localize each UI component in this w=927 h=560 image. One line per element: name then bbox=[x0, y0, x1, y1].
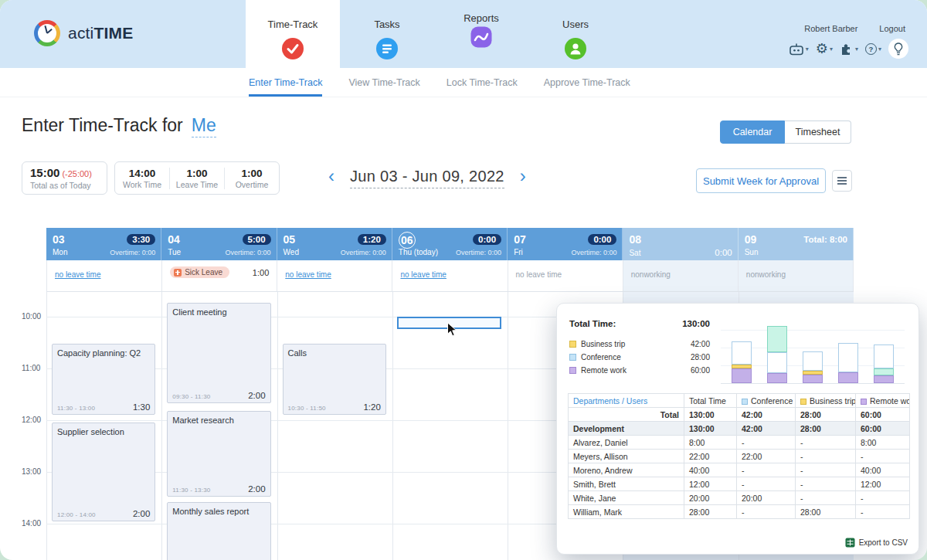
report-popup: Total Time: 130:00 Business trip42:00Con… bbox=[556, 303, 919, 555]
addons-menu[interactable]: ▾ bbox=[840, 42, 858, 56]
report-row: William, Mark28:00-28:00- bbox=[569, 505, 910, 519]
help-menu[interactable]: ? ▾ bbox=[865, 43, 881, 55]
report-total-row: Total130:0042:0028:0060:00 bbox=[569, 408, 910, 422]
hamburger-icon bbox=[837, 180, 847, 182]
legend-value: 60:00 bbox=[691, 366, 710, 375]
day-overtime: Overtime: 0:00 bbox=[341, 249, 386, 256]
calendar-event[interactable]: Supplier selection12:00 - 14:002:00 bbox=[52, 423, 155, 521]
tips-button[interactable] bbox=[888, 39, 908, 59]
previous-week-button[interactable]: ‹ bbox=[328, 167, 334, 188]
subnav-lock-time-track[interactable]: Lock Time-Track bbox=[447, 68, 518, 97]
day-header-top: 033:30 bbox=[53, 231, 155, 247]
leave-value: 1:00 bbox=[253, 268, 269, 277]
subnav-enter-time-track[interactable]: Enter Time-Track bbox=[249, 68, 322, 97]
metric-value: 1:00 bbox=[225, 168, 279, 179]
legend-swatch bbox=[569, 354, 576, 361]
integrations-menu[interactable]: ▾ bbox=[789, 42, 809, 56]
user-selector[interactable]: Me bbox=[192, 115, 216, 137]
no-leave-time-link[interactable]: no leave time bbox=[400, 270, 446, 279]
legend-label: Business trip bbox=[581, 340, 691, 348]
chart-bar bbox=[767, 326, 787, 383]
day-header-cell: 070:00FriOvertime: 0:00 bbox=[508, 228, 623, 260]
user-name: Robert Barber bbox=[804, 24, 857, 33]
event-duration: 1:30 bbox=[133, 402, 150, 412]
event-footer: 09:30 - 11:302:00 bbox=[172, 391, 265, 400]
report-cell: Smith, Brett bbox=[569, 477, 684, 491]
column-header-users[interactable]: Departments / Users bbox=[569, 394, 684, 408]
leave-text: nonworking bbox=[746, 270, 786, 279]
total-value-line: 15:00(-25:00) bbox=[30, 166, 99, 179]
day-header-bottom: MonOvertime: 0:00 bbox=[53, 248, 155, 256]
report-cell: - bbox=[796, 491, 856, 505]
tab-label: Tasks bbox=[374, 19, 399, 30]
leave-text: no leave time bbox=[516, 270, 562, 279]
calendar-event[interactable]: Capacity planning: Q211:30 - 13:001:30 bbox=[52, 344, 155, 415]
calendar-view-button[interactable]: Calendar bbox=[720, 120, 785, 144]
subnav-approve-time-track[interactable]: Approve Time-Track bbox=[544, 68, 630, 97]
legend-value: 28:00 bbox=[691, 353, 710, 361]
mini-chart bbox=[721, 313, 905, 384]
day-total-pill: 5:00 bbox=[243, 234, 271, 245]
column-header: Business trip bbox=[796, 394, 856, 408]
brand-text: actiTIME bbox=[68, 24, 133, 42]
week-navigation: ‹ Jun 03 - Jun 09, 2022 › bbox=[328, 167, 526, 188]
column-type-icon bbox=[800, 399, 806, 405]
event-time-range: 12:00 - 14:00 bbox=[57, 511, 96, 518]
export-to-csv[interactable]: Export to CSV bbox=[845, 538, 908, 548]
chart-bar-segment bbox=[874, 375, 894, 383]
calendar-event[interactable]: Market research11:30 - 13:302:00 bbox=[167, 411, 270, 497]
selected-time-slot[interactable] bbox=[397, 317, 501, 329]
report-cell: 12:00 bbox=[684, 477, 737, 491]
logout-link[interactable]: Logout bbox=[879, 24, 905, 33]
report-cell: 28:00 bbox=[796, 505, 856, 519]
column-header: Conference bbox=[737, 394, 796, 408]
grid-vline bbox=[508, 292, 508, 560]
settings-menu[interactable]: ⚙ ▾ bbox=[816, 42, 833, 56]
brand[interactable]: actiTIME bbox=[34, 20, 133, 46]
no-leave-time-link[interactable]: no leave time bbox=[55, 270, 100, 279]
chart-bar-segment bbox=[732, 341, 752, 365]
calendar-event[interactable]: Calls10:30 - 11:501:20 bbox=[283, 344, 386, 415]
event-duration: 2:00 bbox=[248, 391, 265, 400]
view-toggle: Calendar Timesheet bbox=[720, 120, 851, 144]
calendar-event[interactable]: Client meeting09:30 - 11:302:00 bbox=[167, 303, 270, 403]
sick-leave-badge[interactable]: Sick Leave bbox=[170, 266, 229, 278]
grid-vline bbox=[277, 292, 278, 560]
total-value: 15:00 bbox=[30, 166, 59, 179]
day-header-top: 060:00 bbox=[399, 231, 501, 247]
tab-reports[interactable]: Reports bbox=[434, 0, 528, 68]
chart-bar-segment bbox=[838, 372, 858, 383]
day-header-cell: 060:00Thu (today)Overtime: 0:00 bbox=[392, 228, 508, 260]
report-cell: Moreno, Andrew bbox=[569, 463, 684, 477]
week-options-button[interactable] bbox=[832, 170, 852, 192]
next-week-button[interactable]: › bbox=[520, 167, 526, 188]
task-list-icon bbox=[375, 37, 399, 60]
leave-cell: no leave time bbox=[277, 260, 392, 291]
timesheet-view-button[interactable]: Timesheet bbox=[785, 120, 851, 144]
event-footer: 11:30 - 13:001:30 bbox=[57, 402, 150, 412]
day-header-bottom: FriOvertime: 0:00 bbox=[514, 248, 616, 256]
tab-time-track[interactable]: Time-Track bbox=[246, 0, 340, 68]
day-total-pill: 0:00 bbox=[588, 234, 616, 245]
top-header: actiTIME Time-Track Tasks Reports bbox=[0, 0, 927, 68]
day-header-bottom: WedOvertime: 0:00 bbox=[284, 248, 386, 256]
chart-bar-segment bbox=[767, 326, 787, 352]
no-leave-time-link[interactable]: no leave time bbox=[285, 270, 331, 279]
report-cell: 8:00 bbox=[684, 436, 737, 450]
submit-week-button[interactable]: Submit Week for Approval bbox=[696, 168, 826, 193]
week-range[interactable]: Jun 03 - Jun 09, 2022 bbox=[350, 168, 504, 188]
report-row: Moreno, Andrew40:00--40:00 bbox=[569, 463, 910, 477]
report-cell: - bbox=[796, 450, 856, 463]
lightbulb-icon bbox=[894, 42, 903, 56]
leave-text: nonworking bbox=[631, 270, 671, 279]
report-cell: William, Mark bbox=[569, 505, 684, 519]
legend-row: Remote work60:00 bbox=[569, 364, 710, 377]
tab-users[interactable]: Users bbox=[528, 0, 623, 68]
column-type-icon bbox=[861, 399, 867, 405]
calendar-event[interactable]: Monthly sales report bbox=[167, 502, 270, 560]
day-total-pill: 1:20 bbox=[358, 234, 386, 245]
sub-nav-items: Enter Time-Track View Time-Track Lock Ti… bbox=[249, 68, 630, 97]
tab-tasks[interactable]: Tasks bbox=[340, 0, 434, 68]
day-name: Fri bbox=[514, 248, 523, 256]
subnav-view-time-track[interactable]: View Time-Track bbox=[348, 68, 419, 97]
